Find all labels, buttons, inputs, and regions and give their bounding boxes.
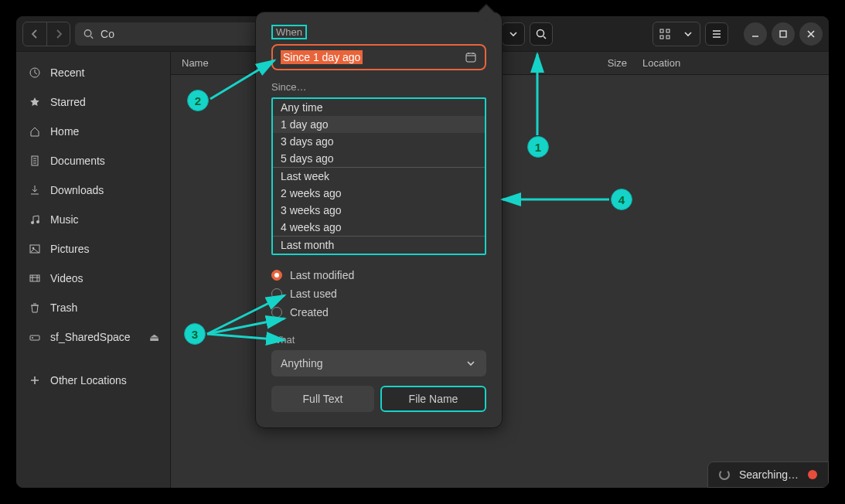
sidebar-item-label: sf_SharedSpace [50,331,131,343]
sidebar-item-label: Downloads [50,184,104,196]
sidebar-item-label: Recent [50,66,84,79]
grid-view-button[interactable] [653,22,676,46]
sidebar-item-label: Trash [50,301,77,314]
back-button[interactable] [23,22,46,46]
svg-point-15 [32,337,33,339]
status-bar: Searching… [707,461,829,488]
type-filter-select[interactable]: Anything [271,350,486,376]
sidebar-item-label: Pictures [50,243,90,255]
sidebar-item-videos[interactable]: Videos [16,264,170,293]
sidebar-item-documents[interactable]: Documents [16,146,170,175]
svg-rect-13 [30,275,39,281]
since-options-list: Any time1 day ago3 days ago5 days agoLas… [271,97,486,255]
svg-rect-6 [780,31,786,37]
radio-label: Last used [290,288,337,300]
home-icon [29,125,41,138]
date-filter-input[interactable]: Since 1 day ago [271,44,486,70]
since-option[interactable]: 1 day ago [273,116,485,133]
column-size[interactable]: Size [581,57,627,69]
view-options-button[interactable] [676,22,700,46]
drive-icon [29,331,41,343]
chevron-down-icon [682,28,694,40]
search-icon [83,28,94,40]
sidebar-item-starred[interactable]: Starred [16,87,170,117]
svg-rect-5 [666,36,670,39]
sidebar-item-label: Home [50,125,79,138]
since-option[interactable]: 4 weeks ago [273,219,485,236]
record-indicator-icon [808,470,817,479]
svg-point-1 [537,29,544,36]
sidebar-item-other-locations[interactable]: Other Locations [16,366,170,395]
sidebar-item-label: Documents [50,155,105,167]
minimize-icon [749,28,762,40]
menu-icon [710,28,723,40]
minimize-button[interactable] [744,22,767,46]
video-icon [29,272,41,284]
svg-point-9 [31,221,34,224]
full-text-button[interactable]: Full Text [271,386,374,412]
since-option[interactable]: Any time [273,99,485,116]
chevron-down-icon [465,357,477,369]
nav-buttons [22,22,70,46]
column-location[interactable]: Location [627,57,829,69]
date-type-radio-last-used[interactable]: Last used [271,284,486,303]
sidebar-item-label: Starred [50,96,86,108]
status-text: Searching… [739,468,799,481]
sidebar-item-downloads[interactable]: Downloads [16,175,170,205]
search-options-toggle[interactable] [502,22,525,46]
file-name-button[interactable]: File Name [380,386,486,412]
search-scope-segment: Full Text File Name [271,386,486,412]
doc-icon [29,155,41,167]
plus-icon [29,374,41,387]
sidebar-item-music[interactable]: Music [16,205,170,234]
forward-button[interactable] [46,22,70,46]
what-section-label: What [271,334,486,346]
maximize-icon [777,28,789,40]
maximize-button[interactable] [772,22,795,46]
svg-point-10 [36,220,39,223]
sidebar: RecentStarredHomeDocumentsDownloadsMusic… [16,52,171,488]
radio-label: Last modified [290,269,354,281]
sidebar-item-label: Other Locations [50,374,127,387]
radio-icon [271,307,282,318]
sidebar-item-recent[interactable]: Recent [16,58,170,87]
chevron-left-icon [29,28,41,40]
since-option[interactable]: Last week [273,168,485,185]
calendar-icon [465,51,477,63]
svg-point-0 [84,29,90,36]
clock-icon [29,66,41,79]
sidebar-item-trash[interactable]: Trash [16,293,170,322]
music-icon [29,213,41,226]
close-icon [805,28,817,40]
sidebar-item-label: Music [50,213,79,226]
date-type-radio-created[interactable]: Created [271,303,486,322]
svg-rect-14 [30,335,39,340]
download-icon [29,184,41,196]
close-button[interactable] [799,22,823,46]
since-option[interactable]: 3 weeks ago [273,202,485,219]
sidebar-item-sf-sharedspace[interactable]: sf_SharedSpace⏏ [16,322,170,352]
date-type-radio-last-modified[interactable]: Last modified [271,266,486,284]
sidebar-item-home[interactable]: Home [16,117,170,146]
hamburger-menu-button[interactable] [705,22,728,46]
spinner-icon [719,469,730,480]
search-options-popover: When Since 1 day ago Since… Any time1 da… [255,12,503,428]
svg-rect-4 [660,36,663,39]
eject-icon[interactable]: ⏏ [149,331,159,343]
search-icon [535,28,547,40]
search-button[interactable] [530,22,553,46]
since-option[interactable]: 3 days ago [273,133,485,150]
radio-label: Created [290,306,329,318]
radio-icon [271,288,282,299]
sidebar-item-pictures[interactable]: Pictures [16,234,170,264]
since-option[interactable]: 5 days ago [273,150,485,167]
svg-rect-3 [666,29,670,32]
date-filter-value: Since 1 day ago [281,50,363,64]
svg-rect-2 [660,29,663,32]
since-option[interactable]: Last month [273,237,485,254]
view-switcher [652,22,700,46]
type-filter-value: Anything [281,357,322,369]
since-option[interactable]: 2 weeks ago [273,185,485,202]
chevron-down-icon [507,28,520,40]
trash-icon [29,301,41,314]
